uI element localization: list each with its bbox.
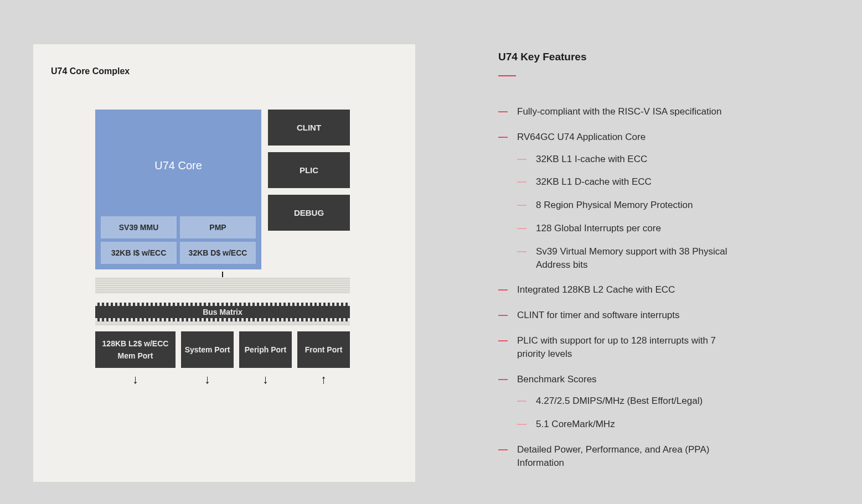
feature-item: Integrated 128KB L2 Cache with ECC <box>498 283 736 297</box>
connect-line <box>222 272 223 277</box>
feature-subitem: 5.1 CoreMark/MHz <box>517 418 736 431</box>
core-label: U74 Core <box>101 115 256 216</box>
feature-item: RV64GC U74 Application Core32KB L1 I-cac… <box>498 131 736 272</box>
side-block-clint: CLINT <box>268 110 350 146</box>
port-periph: Periph Port <box>239 331 292 368</box>
feature-subitem: Sv39 Virtual Memory support with 38 Phys… <box>517 245 736 272</box>
port-front: Front Port <box>297 331 350 368</box>
feature-item-text: PLIC with support for up to 128 interrup… <box>517 335 716 359</box>
feature-item: PLIC with support for up to 128 interrup… <box>498 334 736 361</box>
feature-subitem: 32KB L1 D-cache with ECC <box>517 175 736 189</box>
feature-subitem: 4.27/2.5 DMIPS/MHz (Best Effort/Legal) <box>517 394 736 408</box>
feature-item: Detailed Power, Performance, and Area (P… <box>498 443 736 470</box>
core-sub-icache: 32KB I$ w/ECC <box>101 242 177 264</box>
bus-matrix-block: Bus Matrix <box>95 303 350 321</box>
diagram-title: U74 Core Complex <box>51 66 382 76</box>
core-sub-sv39-mmu: SV39 MMU <box>101 216 177 238</box>
arrow-up-icon: ↑ <box>297 372 350 387</box>
port-mem-l2: 128KB L2$ w/ECC <box>102 339 169 348</box>
red-accent-line <box>498 75 516 76</box>
side-block-plic: PLIC <box>268 152 350 188</box>
feature-item-text: Fully-compliant with the RISC-V ISA spec… <box>517 106 721 117</box>
port-mem-label: Mem Port <box>118 351 153 360</box>
diagram-card: U74 Core Complex U74 Core SV39 MMU PMP 3… <box>33 44 415 482</box>
feature-item: Fully-compliant with the RISC-V ISA spec… <box>498 105 736 118</box>
port-mem: 128KB L2$ w/ECC Mem Port <box>95 331 176 368</box>
arrow-down-icon: ↓ <box>239 372 292 387</box>
feature-item: CLINT for timer and software interrupts <box>498 309 736 322</box>
feature-item: Benchmark Scores4.27/2.5 DMIPS/MHz (Best… <box>498 373 736 431</box>
features-list: Fully-compliant with the RISC-V ISA spec… <box>498 105 736 470</box>
hatch-bottom <box>95 321 350 326</box>
core-sub-dcache: 32KB D$ w/ECC <box>180 242 256 264</box>
bus-matrix-label: Bus Matrix <box>203 308 242 316</box>
port-system: System Port <box>181 331 234 368</box>
port-front-label: Front Port <box>305 345 343 354</box>
core-block: U74 Core SV39 MMU PMP 32KB I$ w/ECC 32KB… <box>95 110 261 269</box>
feature-sublist: 4.27/2.5 DMIPS/MHz (Best Effort/Legal)5.… <box>517 394 736 431</box>
feature-subitem: 32KB L1 I-cache with ECC <box>517 153 736 166</box>
feature-item-text: Benchmark Scores <box>517 374 597 385</box>
port-system-label: System Port <box>185 345 230 354</box>
arrow-down-icon: ↓ <box>95 372 176 387</box>
port-periph-label: Periph Port <box>245 345 286 354</box>
features-panel: U74 Key Features Fully-compliant with th… <box>498 44 736 482</box>
diagram: U74 Core SV39 MMU PMP 32KB I$ w/ECC 32KB… <box>95 110 350 387</box>
features-title: U74 Key Features <box>498 51 736 63</box>
feature-item-text: Detailed Power, Performance, and Area (P… <box>517 444 709 468</box>
side-block-debug: DEBUG <box>268 195 350 231</box>
hatch-top <box>95 277 350 294</box>
feature-item-text: RV64GC U74 Application Core <box>517 132 646 142</box>
arrow-down-icon: ↓ <box>181 372 234 387</box>
feature-item-text: Integrated 128KB L2 Cache with ECC <box>517 284 675 295</box>
core-sub-pmp: PMP <box>180 216 256 238</box>
feature-subitem: 8 Region Physical Memory Protection <box>517 199 736 212</box>
feature-subitem: 128 Global Interrupts per core <box>517 222 736 235</box>
feature-sublist: 32KB L1 I-cache with ECC32KB L1 D-cache … <box>517 153 736 272</box>
feature-item-text: CLINT for timer and software interrupts <box>517 310 680 320</box>
